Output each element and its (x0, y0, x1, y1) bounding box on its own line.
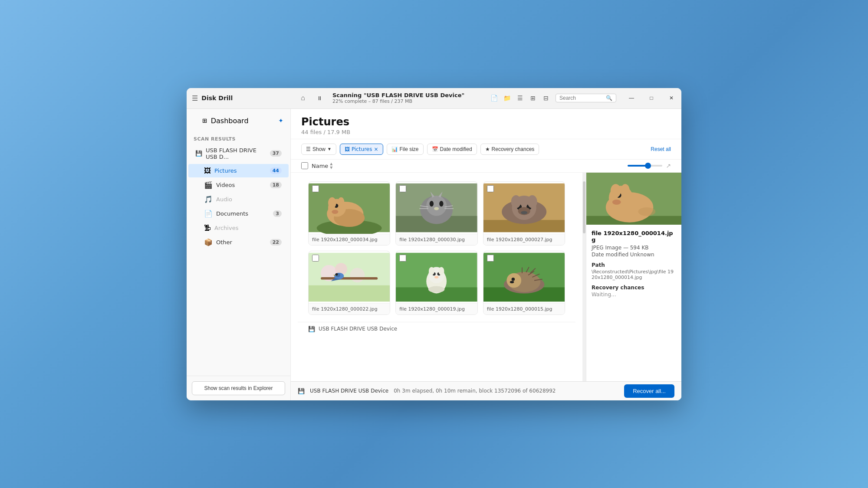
folder-view-button[interactable]: 📁 (501, 92, 513, 104)
card-checkbox[interactable] (487, 255, 494, 262)
sort-up-icon: ▲ (330, 162, 332, 166)
toolbar-icons: 📄 📁 ☰ ⊞ ⊟ (488, 92, 552, 104)
svg-point-58 (511, 277, 514, 280)
image-card[interactable]: file 1920x1280_000034.jpg (308, 181, 390, 246)
card-filename: file 1920x1280_000019.jpg (396, 303, 477, 314)
svg-point-8 (338, 197, 344, 206)
image-card[interactable]: file 1920x1280_000027.jpg (483, 181, 565, 246)
dashboard-item[interactable]: ⊞ Dashboard (195, 114, 256, 128)
other-badge: 22 (270, 239, 282, 246)
svg-point-52 (428, 286, 444, 292)
image-card[interactable]: file 1920x1280_000015.jpg (483, 251, 565, 315)
search-box[interactable]: 🔍 (556, 94, 616, 102)
reset-all-button[interactable]: Reset all (651, 146, 671, 152)
image-card[interactable]: file 1920x1280_000019.jpg (395, 251, 477, 315)
sidebar-item-audio[interactable]: 🎵 Audio (188, 193, 289, 206)
show-label: Show (312, 146, 326, 152)
split-view-button[interactable]: ⊟ (540, 92, 552, 104)
svg-rect-33 (309, 285, 390, 301)
image-card[interactable]: file 1920x1280_000030.jpg (395, 181, 477, 246)
videos-icon: 🎬 (204, 181, 213, 189)
pictures-label: Pictures (214, 167, 266, 174)
card-filename: file 1920x1280_000030.jpg (396, 234, 477, 245)
videos-label: Videos (216, 182, 266, 188)
select-all-checkbox[interactable] (301, 162, 308, 169)
search-input[interactable] (559, 95, 604, 101)
file-size-filter-button[interactable]: 📊 File size (387, 144, 424, 155)
sidebar-item-archives[interactable]: 🗜 Archives (188, 221, 289, 235)
sidebar-item-documents[interactable]: 📄 Documents 3 (188, 207, 289, 220)
pictures-filter-chip[interactable]: 🖼 Pictures × (340, 144, 383, 155)
list-view-button[interactable]: ☰ (514, 92, 526, 104)
card-checkbox[interactable] (487, 185, 494, 192)
content-area: Pictures 44 files / 17.9 MB ☰ Show ▼ 🖼 P… (291, 109, 681, 400)
loading-spinner-icon: ✦ (278, 117, 283, 124)
content-header: Pictures 44 files / 17.9 MB (291, 109, 681, 139)
card-filename: file 1920x1280_000027.jpg (483, 234, 565, 245)
svg-point-30 (511, 195, 520, 208)
show-filter-button[interactable]: ☰ Show ▼ (301, 144, 336, 155)
card-checkbox[interactable] (312, 255, 319, 262)
image-card[interactable]: file 1920x1280_000022.jpg (308, 251, 390, 315)
sidebar-footer: Show scan results in Explorer (187, 376, 290, 400)
documents-label: Documents (216, 210, 270, 217)
grid-view-button[interactable]: ⊞ (527, 92, 539, 104)
minimize-button[interactable]: — (621, 88, 641, 109)
card-checkbox[interactable] (399, 185, 406, 192)
preview-dash: — (623, 245, 630, 251)
pause-button[interactable]: ⏸ (313, 92, 326, 104)
filter-bar: ☰ Show ▼ 🖼 Pictures × 📊 File size 📅 Date… (291, 139, 681, 160)
file-size-icon: 📊 (391, 146, 398, 152)
sidebar-item-videos[interactable]: 🎬 Videos 18 (188, 178, 289, 192)
file-view-button[interactable]: 📄 (488, 92, 500, 104)
zoom-slider[interactable] (628, 165, 662, 167)
sort-down-icon: ▼ (330, 166, 332, 170)
svg-point-36 (350, 268, 365, 282)
dashboard-label: Dashboard (211, 117, 249, 125)
preview-path-value: \Reconstructed\Pictures\jpg\file 1920x12… (592, 269, 676, 280)
recovery-chances-filter-button[interactable]: ★ Recovery chances (480, 144, 539, 155)
show-icon: ☰ (306, 146, 311, 152)
home-button[interactable]: ⌂ (296, 91, 310, 105)
image-placeholder (309, 251, 390, 303)
svg-point-40 (335, 273, 338, 275)
preview-type-size: JPEG Image — 594 KB (592, 245, 676, 251)
grid-scrollbar[interactable] (582, 173, 586, 381)
maximize-button[interactable]: □ (641, 88, 661, 109)
external-link-icon[interactable]: ↗ (666, 162, 671, 169)
date-modified-label: Date modified (440, 146, 472, 152)
sidebar-usb-badge: 37 (270, 150, 282, 157)
device-label: USB FLASH DRIVE USB Device (319, 326, 397, 332)
star-icon: ★ (485, 146, 490, 152)
sidebar-item-usb[interactable]: 💾 USB FLASH DRIVE USB D... 37 (188, 144, 289, 163)
sidebar-item-other[interactable]: 📦 Other 22 (188, 236, 289, 249)
scan-results-section-label: Scan results (187, 133, 290, 144)
svg-point-13 (430, 201, 434, 206)
svg-point-7 (328, 197, 336, 208)
dashboard-grid-icon: ⊞ (202, 117, 207, 124)
card-checkbox[interactable] (312, 185, 319, 192)
preview-path-label: Path (592, 262, 676, 268)
titlebar: ☰ Disk Drill ⌂ ⏸ Scanning "USB FLASH DRI… (187, 88, 681, 109)
window-controls: — □ ✕ (621, 88, 681, 109)
other-label: Other (216, 239, 266, 246)
grid-area: file 1920x1280_000034.jpg (291, 173, 681, 381)
preview-image-container (586, 173, 681, 225)
sidebar-item-pictures[interactable]: 🖼 Pictures 44 (188, 164, 289, 177)
svg-point-59 (510, 281, 514, 283)
card-checkbox[interactable] (399, 255, 406, 262)
pictures-badge: 44 (270, 167, 282, 174)
titlebar-main: ⌂ ⏸ Scanning "USB FLASH DRIVE USB Device… (291, 91, 621, 105)
show-explorer-button[interactable]: Show scan results in Explorer (192, 381, 285, 395)
recover-all-button[interactable]: Recover all... (624, 384, 674, 398)
close-button[interactable]: ✕ (661, 88, 681, 109)
app-title: Disk Drill (201, 95, 233, 102)
hamburger-icon[interactable]: ☰ (192, 94, 198, 102)
pictures-chip-close[interactable]: × (374, 146, 378, 152)
main-layout: ⊞ Dashboard ✦ Scan results 💾 USB FLASH D… (187, 109, 681, 400)
audio-icon: 🎵 (204, 195, 213, 203)
date-modified-filter-button[interactable]: 📅 Date modified (427, 144, 477, 155)
name-column-header[interactable]: Name ▲ ▼ (312, 162, 333, 170)
svg-point-14 (440, 201, 444, 206)
image-placeholder (396, 251, 477, 303)
